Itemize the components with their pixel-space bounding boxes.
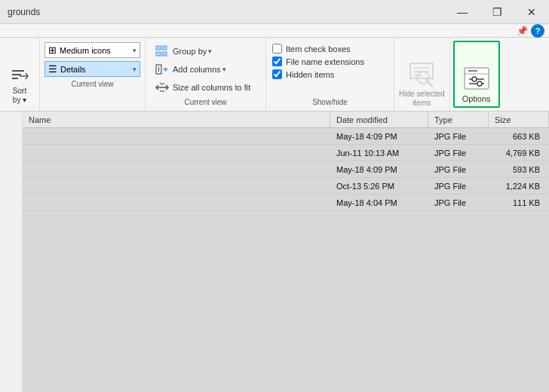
file-type-cell: JPG File xyxy=(428,132,489,141)
svg-point-26 xyxy=(477,81,482,86)
pin-row: 📌 ? xyxy=(0,24,549,38)
file-name-extensions-checkbox[interactable] xyxy=(272,57,282,66)
add-columns-arrow: ▾ xyxy=(222,66,226,73)
file-type-cell: JPG File xyxy=(428,198,489,207)
hide-selected-section: Hide selected items xyxy=(394,38,450,111)
svg-rect-4 xyxy=(156,46,161,50)
sort-button[interactable]: Sortby ▾ xyxy=(5,63,35,108)
file-type-cell: JPG File xyxy=(428,182,489,191)
maximize-button[interactable]: ❐ xyxy=(480,0,514,24)
hidden-items-label: Hidden items xyxy=(286,70,334,79)
file-size-cell: 1,224 KB xyxy=(489,182,549,191)
table-row[interactable]: May-18 4:09 PM JPG File 593 KB xyxy=(23,161,549,178)
group-by-icon xyxy=(155,44,170,58)
col-header-name[interactable]: Name xyxy=(23,112,330,127)
window: grounds — ❐ ✕ 📌 ? xyxy=(0,0,549,392)
col-header-size[interactable]: Size xyxy=(489,112,549,127)
table-row[interactable]: Oct-13 5:26 PM JPG File 1,224 KB xyxy=(23,178,549,194)
file-date-cell: Oct-13 5:26 PM xyxy=(330,182,428,191)
current-view-section: ⊞ Medium icons ▾ ☰ Details ▾ Current vie… xyxy=(40,38,146,111)
size-all-columns-button[interactable]: Size all columns to fit xyxy=(152,79,259,96)
medium-icons-label: Medium icons xyxy=(60,46,111,55)
item-checkboxes-checkbox[interactable] xyxy=(272,44,282,54)
col-header-date[interactable]: Date modified xyxy=(330,112,428,127)
ribbon: Sortby ▾ ⊞ Medium icons ▾ ☰ Details ▾ Cu… xyxy=(0,38,549,112)
showhide-section-label: Show/hide xyxy=(272,96,388,106)
sort-label: Sortby ▾ xyxy=(13,87,26,105)
table-row[interactable]: May-18 4:04 PM JPG File 111 KB xyxy=(23,194,549,211)
details-dropdown[interactable]: ☰ Details ▾ xyxy=(44,61,140,77)
current-view-label: Current view xyxy=(44,80,140,88)
file-date-cell: May-18 4:04 PM xyxy=(330,198,428,207)
sort-section: Sortby ▾ xyxy=(0,38,40,111)
col-header-type[interactable]: Type xyxy=(428,112,489,127)
svg-rect-6 xyxy=(156,52,161,56)
title-bar: grounds — ❐ ✕ xyxy=(0,0,549,24)
medium-icons-icon: ⊞ xyxy=(48,44,57,56)
details-arrow: ▾ xyxy=(133,66,136,73)
group-by-label: Group by xyxy=(173,47,207,56)
medium-icons-arrow: ▾ xyxy=(133,47,136,54)
add-columns-icon xyxy=(155,63,170,76)
table-row[interactable]: Jun-11 10:13 AM JPG File 4,769 KB xyxy=(23,145,549,161)
file-size-cell: 593 KB xyxy=(489,165,549,174)
file-size-cell: 663 KB xyxy=(489,132,549,141)
hidden-items-row[interactable]: Hidden items xyxy=(272,68,388,81)
file-type-cell: JPG File xyxy=(428,149,489,158)
title-controls: — ❐ ✕ xyxy=(445,0,549,24)
options-icon xyxy=(461,63,492,94)
sort-icon xyxy=(9,66,30,87)
file-date-cell: Jun-11 10:13 AM xyxy=(330,149,428,158)
svg-point-24 xyxy=(472,77,477,81)
group-section: Group by ▾ Add columns ▾ xyxy=(146,38,266,111)
file-size-cell: 4,769 KB xyxy=(489,149,549,158)
file-date-cell: May-18 4:09 PM xyxy=(330,132,428,141)
close-button[interactable]: ✕ xyxy=(514,0,549,24)
options-section[interactable]: Options xyxy=(453,41,500,108)
file-name-extensions-row[interactable]: File name extensions xyxy=(272,55,388,68)
medium-icons-dropdown[interactable]: ⊞ Medium icons ▾ xyxy=(44,42,140,58)
item-checkboxes-label: Item check boxes xyxy=(286,44,351,54)
size-all-columns-icon xyxy=(155,81,170,94)
table-row[interactable]: May-18 4:09 PM JPG File 663 KB xyxy=(23,128,549,145)
details-label: Details xyxy=(60,65,86,74)
minimize-button[interactable]: — xyxy=(445,0,480,24)
window-title: grounds xyxy=(8,7,40,17)
hide-selected-label: Hide selected items xyxy=(399,90,445,108)
file-size-cell: 111 KB xyxy=(489,198,549,207)
content-area: Name Date modified Type Size May-18 4:09… xyxy=(0,112,549,392)
file-name-extensions-label: File name extensions xyxy=(286,57,364,66)
svg-rect-5 xyxy=(162,46,167,50)
svg-rect-7 xyxy=(162,52,167,56)
showhide-section: Item check boxes File name extensions Hi… xyxy=(266,38,394,111)
group-by-button[interactable]: Group by ▾ xyxy=(152,43,259,60)
pin-icon[interactable]: 📌 xyxy=(517,26,528,36)
add-columns-label: Add columns xyxy=(173,65,221,74)
file-list-header: Name Date modified Type Size xyxy=(23,112,549,128)
add-columns-button[interactable]: Add columns ▾ xyxy=(152,61,259,78)
file-date-cell: May-18 4:09 PM xyxy=(330,165,428,174)
item-checkboxes-row[interactable]: Item check boxes xyxy=(272,42,388,55)
nav-panel xyxy=(0,112,23,392)
file-list-area: Name Date modified Type Size May-18 4:09… xyxy=(23,112,549,392)
options-label: Options xyxy=(462,94,491,103)
size-all-columns-label: Size all columns to fit xyxy=(173,83,250,92)
hide-selected-icon xyxy=(406,57,437,88)
hidden-items-checkbox[interactable] xyxy=(272,69,282,79)
group-by-arrow: ▾ xyxy=(208,47,212,55)
file-type-cell: JPG File xyxy=(428,165,489,174)
group-section-label: Current view xyxy=(152,96,259,106)
details-icon: ☰ xyxy=(48,63,57,75)
help-button[interactable]: ? xyxy=(531,24,544,38)
